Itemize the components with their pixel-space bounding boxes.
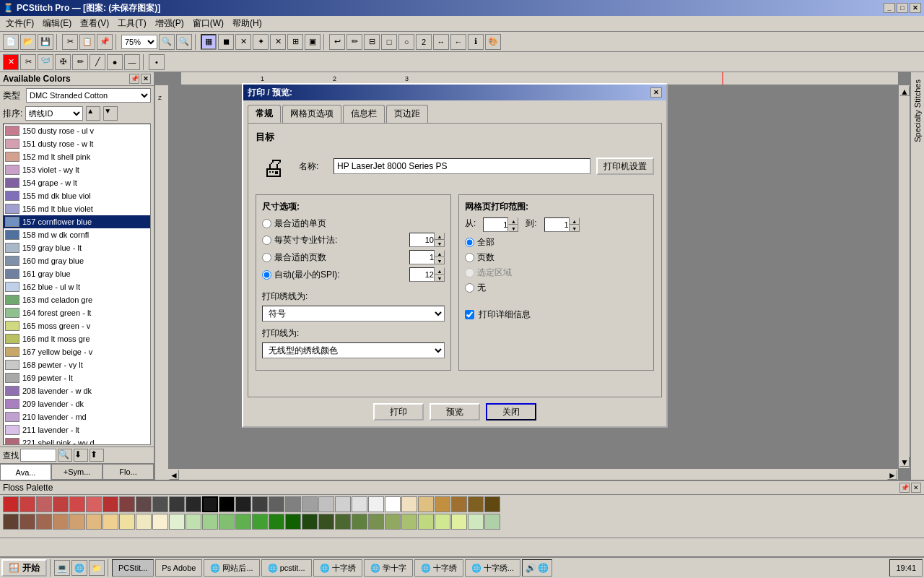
grid-pages-input[interactable]: [465, 253, 474, 262]
floss-swatch[interactable]: [335, 514, 351, 530]
save-button[interactable]: 💾: [38, 34, 53, 50]
color-item[interactable]: 210 lavender - md: [4, 410, 150, 423]
color-item[interactable]: 208 lavender - w dk: [4, 384, 150, 397]
floss-swatch[interactable]: [269, 496, 284, 512]
floss-swatch[interactable]: [3, 514, 19, 530]
color-item[interactable]: 161 gray blue: [4, 267, 150, 280]
scroll-left-button[interactable]: ◄: [169, 470, 179, 480]
stitch-btn-3[interactable]: ✕: [270, 34, 286, 50]
paste-button[interactable]: 📌: [97, 34, 113, 50]
color-item[interactable]: 169 pewter - lt: [4, 371, 150, 384]
color-item[interactable]: 152 md lt shell pink: [4, 150, 150, 163]
floss-swatch[interactable]: [186, 496, 201, 512]
floss-swatch[interactable]: [136, 496, 152, 512]
taskbar-item-6[interactable]: 🌐 十字绣: [414, 559, 463, 577]
tab-general[interactable]: 常规: [248, 105, 281, 123]
floss-swatch[interactable]: [451, 496, 467, 512]
per-inch-spinner[interactable]: ▲ ▼: [409, 233, 445, 247]
per-inch-up[interactable]: ▲: [435, 233, 445, 240]
tab-floss[interactable]: Flo...: [103, 464, 154, 480]
floss-swatch[interactable]: [269, 514, 284, 530]
floss-pin-button[interactable]: 📌: [899, 483, 910, 493]
floss-swatch[interactable]: [235, 496, 251, 512]
floss-close-button[interactable]: ✕: [911, 483, 921, 493]
floss-swatch[interactable]: [285, 496, 301, 512]
color-item[interactable]: 154 grape - w lt: [4, 176, 150, 189]
zoom-select[interactable]: 75%: [121, 35, 157, 49]
per-inch-down[interactable]: ▼: [435, 240, 445, 247]
floss-swatch[interactable]: [169, 496, 185, 512]
taskbar-item-1[interactable]: Ps Adobe: [155, 559, 202, 577]
menu-view[interactable]: 查看(V): [76, 16, 113, 31]
close-dialog-button[interactable]: 关闭: [486, 403, 536, 420]
floss-swatch[interactable]: [103, 496, 118, 512]
start-button[interactable]: 🪟 开始: [1, 559, 47, 577]
color-item[interactable]: 162 blue - ul w lt: [4, 280, 150, 293]
floss-swatch[interactable]: [86, 496, 102, 512]
menu-window[interactable]: 窗口(W): [188, 16, 228, 31]
floss-swatch[interactable]: [152, 496, 168, 512]
menu-edit[interactable]: 编辑(E): [38, 16, 76, 31]
back-btn[interactable]: ←: [450, 34, 466, 50]
spi-down[interactable]: ▼: [435, 275, 445, 282]
floss-swatch[interactable]: [103, 514, 118, 530]
floss-swatch[interactable]: [3, 496, 19, 512]
search-button-2[interactable]: ⬇: [74, 449, 88, 462]
color-item[interactable]: 168 pewter - vy lt: [4, 358, 150, 371]
search-input[interactable]: [20, 449, 56, 462]
floss-swatch[interactable]: [484, 496, 500, 512]
spi-value[interactable]: [409, 267, 435, 282]
sort-desc-button[interactable]: ▼: [103, 106, 118, 121]
floss-swatch[interactable]: [385, 496, 401, 512]
line-btn[interactable]: ✏: [346, 34, 362, 50]
grid-none-input[interactable]: [465, 283, 474, 293]
color-item[interactable]: 157 cornflower blue: [4, 215, 150, 228]
new-button[interactable]: 📄: [3, 34, 19, 50]
floss-swatch[interactable]: [435, 496, 450, 512]
floss-swatch[interactable]: [119, 514, 135, 530]
pages-down[interactable]: ▼: [435, 257, 445, 264]
panel-close-button[interactable]: ✕: [141, 74, 151, 84]
tool-scissors[interactable]: ✂: [20, 54, 36, 70]
color-item[interactable]: 221 shell pink - wy d: [4, 436, 150, 445]
radio-best-fit-input[interactable]: [262, 219, 271, 228]
floss-swatch[interactable]: [484, 514, 500, 530]
floss-swatch[interactable]: [368, 514, 384, 530]
minimize-button[interactable]: _: [884, 3, 895, 13]
to-up[interactable]: ▲: [570, 217, 580, 225]
panel-pin-button[interactable]: 📌: [129, 74, 139, 84]
printer-name-input[interactable]: [334, 158, 590, 174]
color-item[interactable]: 165 moss green - v: [4, 319, 150, 332]
tool-cross[interactable]: ✠: [55, 54, 71, 70]
floss-swatch[interactable]: [468, 496, 484, 512]
print-detail-checkbox[interactable]: [465, 310, 474, 319]
scrollbar-vertical[interactable]: ▲ ▼: [898, 85, 910, 468]
floss-swatch[interactable]: [252, 514, 268, 530]
color-item[interactable]: 156 md lt blue violet: [4, 202, 150, 215]
floss-swatch[interactable]: [401, 496, 417, 512]
color-item[interactable]: 164 forest green - lt: [4, 306, 150, 319]
floss-swatch[interactable]: [368, 496, 384, 512]
taskbar-icon-1[interactable]: 💻: [54, 560, 70, 576]
taskbar-item-7[interactable]: 🌐 十字绣...: [465, 559, 520, 577]
floss-swatch[interactable]: [335, 496, 351, 512]
taskbar-icon-2[interactable]: 🌐: [71, 560, 87, 576]
floss-swatch[interactable]: [53, 514, 69, 530]
floss-swatch[interactable]: [219, 514, 235, 530]
tool-needle[interactable]: 🪡: [38, 54, 53, 70]
floss-swatch[interactable]: [318, 514, 334, 530]
color-item[interactable]: 166 md lt moss gre: [4, 332, 150, 345]
num-btn[interactable]: 2: [416, 34, 432, 50]
fill-btn[interactable]: ⊟: [364, 34, 380, 50]
tool-extra[interactable]: •: [149, 54, 165, 70]
floss-swatch[interactable]: [418, 514, 434, 530]
floss-swatch[interactable]: [219, 496, 235, 512]
taskbar-item-5[interactable]: 🌐 学十字: [364, 559, 413, 577]
to-value[interactable]: [544, 217, 570, 232]
radio-best-pages-input[interactable]: [262, 253, 271, 262]
spi-spinner[interactable]: ▲ ▼: [409, 267, 445, 282]
from-spinner[interactable]: ▲ ▼: [483, 217, 518, 232]
floss-swatch[interactable]: [435, 514, 450, 530]
zoom-in-button[interactable]: 🔍: [176, 34, 192, 50]
to-down[interactable]: ▼: [570, 225, 580, 232]
